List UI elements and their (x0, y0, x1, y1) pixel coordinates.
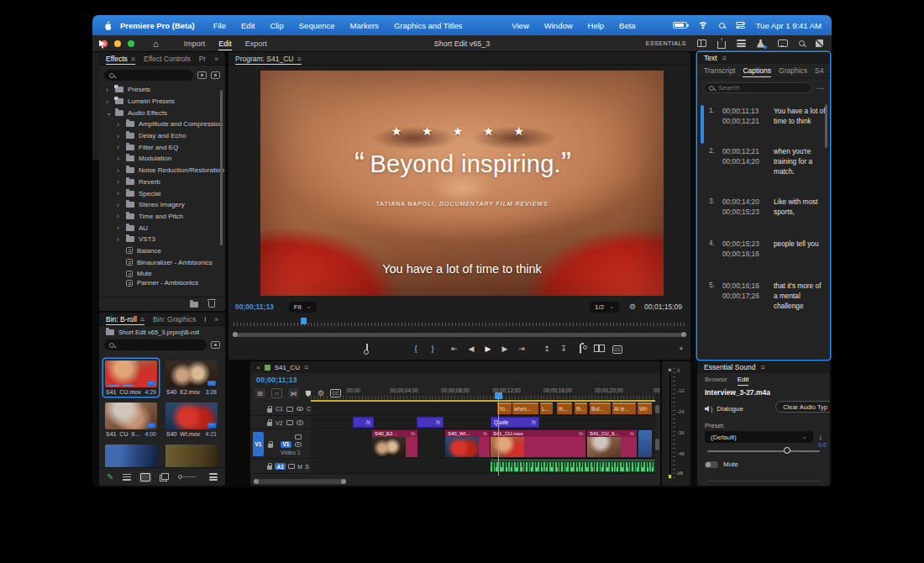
mute-toggle[interactable] (705, 461, 718, 468)
32bit-color-badge-icon[interactable] (211, 71, 220, 79)
timeline-horizontal-scrollbar[interactable] (254, 479, 346, 484)
clip-options-badge[interactable]: ⋯ (147, 381, 155, 386)
caption-row-5[interactable]: 5. 00;00;16;1600;00;17;26 that it's more… (709, 281, 827, 311)
caption-clip[interactable]: At le... (612, 403, 636, 414)
new-custom-bin-icon[interactable] (190, 302, 198, 308)
graphic-clip[interactable]: fx (417, 417, 444, 428)
clip-thumbnail[interactable]: ⋯ (165, 403, 218, 429)
a1-track-content[interactable] (311, 460, 655, 473)
menu-beta[interactable]: Beta (619, 21, 636, 30)
extract-icon[interactable]: ↧ (558, 345, 570, 353)
timeline-ruler[interactable]: ;00;00 00;00;04;00 00;00;08;00 00;00;12;… (311, 387, 655, 399)
chevron-right-icon[interactable]: › (117, 190, 122, 197)
tree-item-noise-reduction[interactable]: ›Noise Reduction/Restoration (99, 165, 225, 176)
tree-item-delay-echo[interactable]: ›Delay and Echo (99, 130, 225, 142)
sequence-tab-name[interactable]: S41_CU (275, 364, 300, 371)
bin-clip-s41-cu[interactable]: ⋯ S41_CU.mov4:29 (103, 359, 159, 397)
tree-item-mute[interactable]: Mute (99, 268, 225, 280)
chevron-right-icon[interactable]: › (117, 121, 122, 128)
menu-sequence[interactable]: Sequence (299, 21, 335, 30)
panel-menu-icon[interactable]: ≡ (297, 55, 301, 63)
close-sequence-icon[interactable]: × (256, 364, 260, 371)
more-options-icon[interactable]: ⋯ (816, 84, 824, 92)
track-output-eye-icon[interactable] (297, 420, 303, 425)
bin-clip-s41-cu-9[interactable]: ⋯ S41_CU_9...4:00 (103, 401, 159, 439)
menu-edit[interactable]: Edit (241, 21, 255, 30)
program-mini-timeline[interactable] (234, 319, 685, 326)
track-sync-icon[interactable] (288, 464, 295, 469)
caption-clip[interactable]: But... (590, 403, 611, 414)
menu-help[interactable]: Help (588, 21, 605, 30)
v1-track-target[interactable]: V1 (281, 441, 291, 448)
graphic-clip[interactable]: fx (353, 417, 374, 428)
menu-clock[interactable]: Tue Apr 1 9:41 AM (756, 21, 822, 30)
effects-scrollbar[interactable] (220, 90, 223, 245)
mark-out-icon[interactable]: } (427, 345, 438, 353)
tab-effects[interactable]: Effects≡ (106, 52, 135, 65)
track-scroll-handle[interactable] (655, 439, 659, 450)
control-center-icon[interactable] (736, 22, 745, 29)
clip-thumbnail[interactable]: ⋯ (165, 360, 218, 387)
lift-icon[interactable]: ↥ (541, 345, 553, 353)
monitor-settings-icon[interactable]: ⚙ (629, 303, 636, 311)
wifi-icon[interactable] (698, 22, 708, 29)
panel-menu-icon[interactable]: ≡ (140, 315, 144, 324)
chevron-right-icon[interactable]: › (117, 236, 122, 243)
track-solo-button[interactable]: S (305, 464, 309, 470)
fullscreen-icon[interactable] (816, 39, 823, 47)
tab-bin-graphics[interactable]: Bin: Graphics (153, 313, 196, 325)
chevron-right-icon[interactable]: › (117, 155, 122, 162)
caption-row-2[interactable]: 2. 00;00;12;2100;00;14;20 when you're tr… (709, 146, 827, 176)
comments-icon[interactable]: ⋯ (778, 39, 788, 47)
tree-item-time-pitch[interactable]: ›Time and Pitch (99, 211, 225, 223)
tree-item-panner[interactable]: Panner - Ambisonics (99, 280, 225, 287)
v2-track-content[interactable]: fx fx Quotefx (311, 417, 655, 429)
chevron-right-icon[interactable]: › (117, 133, 122, 139)
tree-item-stereo-imagery[interactable]: ›Stereo Imagery (99, 199, 225, 211)
panel-menu-icon[interactable]: ≡ (131, 55, 135, 63)
menu-markers[interactable]: Markers (350, 21, 379, 30)
caption-clip[interactable]: L... (540, 403, 553, 414)
thumbnail-view-icon[interactable] (140, 473, 150, 481)
bin-filter-icon[interactable] (211, 341, 220, 349)
go-to-in-icon[interactable]: ⇤ (449, 345, 460, 353)
tab-captions[interactable]: Captions (743, 64, 771, 77)
tab-effect-controls[interactable]: Effect Controls (144, 52, 191, 65)
menu-graphics-titles[interactable]: Graphics and Titles (394, 21, 462, 30)
zoom-window-button[interactable] (128, 40, 134, 47)
clear-audio-type-button[interactable]: Clear Audio Typ (775, 401, 830, 413)
minimize-window-button[interactable] (114, 40, 121, 47)
track-mute-button[interactable]: M (297, 464, 302, 470)
caption-text[interactable]: Like with most sports, (774, 197, 827, 217)
intensity-slider[interactable] (707, 450, 820, 452)
caption-track-content[interactable]: Yo... when... L... th... th... But... At… (311, 403, 655, 415)
video-clip-partial[interactable] (638, 430, 652, 457)
program-monitor-tab[interactable]: Program: S41_CU≡ (235, 52, 302, 65)
button-editor-icon[interactable]: + (675, 345, 687, 353)
linked-selection-icon[interactable]: ⋈ (288, 388, 299, 398)
playback-resolution-dropdown[interactable]: 1/2⌄ (590, 302, 619, 313)
caption-track-name[interactable]: C1 (276, 406, 283, 412)
go-to-out-icon[interactable]: ⇥ (516, 345, 528, 353)
tab-import[interactable]: Import (184, 35, 206, 51)
tab-graphics[interactable]: Graphics (779, 64, 807, 77)
video-clip-s40-e2[interactable]: S40_E2...fx (372, 430, 417, 457)
track-lock-icon[interactable] (267, 408, 272, 413)
tab-edit-sound[interactable]: Edit (738, 373, 749, 386)
captions-search-input[interactable] (703, 82, 812, 93)
accelerated-effects-badge-icon[interactable] (197, 71, 207, 79)
tree-item-presets[interactable]: ›Presets (99, 84, 225, 96)
tab-bin-broll[interactable]: Bin: B-roll≡ (106, 313, 144, 325)
play-button-icon[interactable]: ▶ (482, 345, 494, 353)
tab-bin-audio[interactable]: Bin: Au (204, 313, 206, 325)
tab-transcript[interactable]: Transcript (704, 64, 735, 77)
clip-options-badge[interactable]: ⋯ (147, 423, 155, 428)
tree-item-vst3[interactable]: ›VST3 (99, 234, 225, 245)
chevron-right-icon[interactable]: › (106, 87, 111, 93)
audio-clip-interview[interactable] (491, 460, 655, 472)
tree-item-reverb[interactable]: ›Reverb (99, 176, 225, 188)
caption-row-3[interactable]: 3. 00;00;14;2000;00;15;23 Like with most… (709, 197, 827, 217)
chevron-right-icon[interactable]: › (117, 213, 122, 219)
list-view-icon[interactable] (123, 474, 131, 481)
tab-overflow-icon[interactable]: » (214, 55, 218, 63)
